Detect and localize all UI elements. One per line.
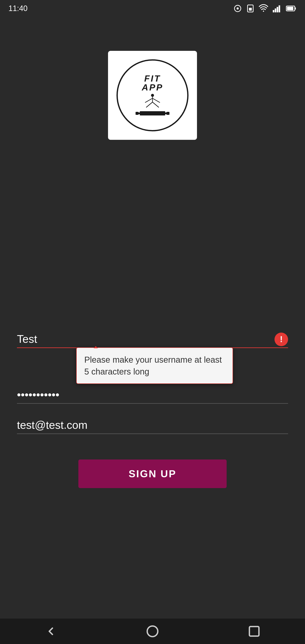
back-icon bbox=[44, 625, 57, 638]
logo-circle: FIT APP bbox=[116, 59, 188, 131]
error-icon: ! bbox=[274, 332, 288, 346]
sim-icon bbox=[246, 4, 254, 13]
username-input-group: ! Please make your username at least 5 c… bbox=[17, 330, 288, 348]
svg-rect-24 bbox=[250, 627, 259, 636]
svg-line-15 bbox=[152, 98, 160, 102]
status-icons bbox=[234, 4, 296, 13]
signup-form: ! Please make your username at least 5 c… bbox=[0, 330, 305, 488]
svg-rect-20 bbox=[140, 111, 165, 116]
media-icon bbox=[234, 4, 242, 13]
signal-icon bbox=[272, 4, 282, 13]
svg-rect-18 bbox=[136, 112, 138, 115]
home-icon bbox=[146, 625, 159, 638]
svg-rect-6 bbox=[275, 8, 276, 12]
password-input[interactable] bbox=[17, 386, 288, 404]
svg-line-14 bbox=[145, 98, 152, 102]
wifi-icon bbox=[259, 4, 268, 13]
svg-rect-8 bbox=[278, 5, 280, 12]
svg-line-17 bbox=[152, 102, 159, 108]
svg-rect-10 bbox=[295, 8, 296, 10]
logo-text-fit: FIT bbox=[144, 74, 161, 83]
svg-point-23 bbox=[147, 626, 158, 636]
email-input[interactable] bbox=[17, 416, 288, 434]
svg-rect-7 bbox=[276, 7, 278, 12]
password-input-group bbox=[17, 386, 288, 404]
svg-rect-22 bbox=[166, 112, 170, 115]
status-bar: 11:40 bbox=[0, 0, 305, 17]
svg-rect-19 bbox=[138, 112, 140, 114]
svg-rect-5 bbox=[273, 10, 274, 12]
app-logo: FIT APP bbox=[108, 51, 197, 140]
bottom-nav bbox=[0, 618, 305, 644]
svg-point-1 bbox=[236, 8, 239, 10]
signup-button[interactable]: SIGN UP bbox=[78, 460, 227, 488]
email-input-group bbox=[17, 416, 288, 447]
svg-rect-3 bbox=[249, 8, 252, 10]
back-button[interactable] bbox=[44, 625, 57, 638]
username-error-tooltip: Please make your username at least 5 cha… bbox=[76, 348, 233, 384]
home-button[interactable] bbox=[146, 625, 159, 638]
logo-figure-icon bbox=[142, 94, 163, 108]
logo-text-app: APP bbox=[142, 83, 163, 92]
svg-point-12 bbox=[151, 94, 154, 97]
logo-barbell-icon bbox=[136, 110, 170, 116]
svg-rect-21 bbox=[165, 112, 166, 114]
svg-line-16 bbox=[146, 102, 152, 108]
svg-rect-11 bbox=[287, 7, 293, 10]
logo-inner: FIT APP bbox=[112, 55, 193, 136]
battery-icon bbox=[286, 4, 296, 13]
svg-point-4 bbox=[263, 10, 264, 12]
username-input[interactable] bbox=[17, 330, 288, 348]
recent-icon bbox=[248, 625, 260, 638]
status-time: 11:40 bbox=[8, 4, 28, 13]
recent-button[interactable] bbox=[248, 625, 260, 638]
tooltip-message: Please make your username at least 5 cha… bbox=[84, 355, 222, 376]
